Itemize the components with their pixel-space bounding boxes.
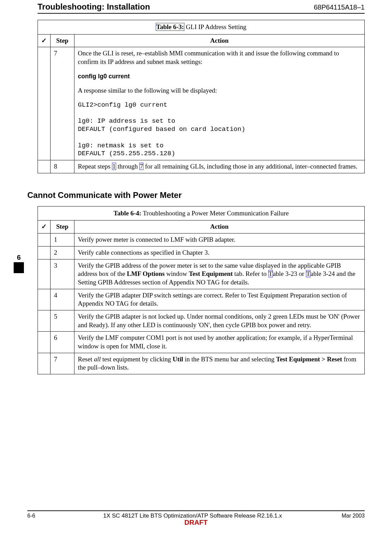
- action-cell: Verify the GPIB adapter is not locked up…: [74, 310, 365, 331]
- action-cell: Verify power meter is connected to LMF w…: [74, 233, 365, 246]
- action-cell: Once the GLI is reset, re–establish MMI …: [74, 47, 365, 160]
- step-cell: 2: [51, 246, 74, 259]
- page-footer: 6-6 1X SC 4812T Lite BTS Optimization/AT…: [27, 510, 365, 526]
- draft-watermark: DRAFT: [27, 519, 365, 526]
- header-rule: [38, 13, 365, 14]
- check-cell: [38, 160, 51, 173]
- step-cell: 8: [51, 160, 74, 173]
- header-right: 68P64115A18–1: [314, 3, 365, 11]
- col-action-header: Action: [74, 221, 365, 233]
- chapter-tab-block: [14, 262, 24, 273]
- terminal-output: GLI2>config lg0 current lg0: IP address …: [78, 101, 361, 158]
- step-cell: 1: [51, 233, 74, 246]
- step-link-7[interactable]: 7: [139, 163, 143, 170]
- table-row: 6 Verify the LMF computer COM1 port is n…: [38, 332, 365, 353]
- chapter-tab: 6: [14, 254, 24, 273]
- table-row: 5 Verify the GPIB adapter is not locked …: [38, 310, 365, 331]
- table-3-24-link[interactable]: T: [306, 270, 311, 277]
- footer-rule: [27, 510, 365, 511]
- footer-date: Mar 2003: [331, 513, 365, 519]
- page-header: Troubleshooting: Installation 68P64115A1…: [38, 0, 365, 12]
- step-cell: 3: [51, 259, 74, 289]
- chapter-tab-number: 6: [14, 254, 24, 262]
- check-cell: [38, 233, 51, 246]
- action-cell: Verify the LMF computer COM1 port is not…: [74, 332, 365, 353]
- step-cell: 4: [51, 289, 74, 310]
- section-heading: Cannot Communicate with Power Meter: [27, 190, 365, 200]
- table-6-4: Table 6-4: Troubleshooting a Power Meter…: [38, 206, 365, 374]
- step-cell: 7: [51, 47, 74, 160]
- action-text: A response similar to the following will…: [78, 86, 361, 95]
- step-cell: 5: [51, 310, 74, 331]
- action-cell: Verify the GPIB address of the power met…: [74, 259, 365, 289]
- step-cell: 7: [51, 353, 74, 374]
- action-cell: Verify the GPIB adapter DIP switch setti…: [74, 289, 365, 310]
- table-6-3-title-link[interactable]: Table 6-3:: [156, 23, 184, 31]
- col-check-header: ✓: [38, 221, 51, 233]
- col-check-header: ✓: [38, 34, 51, 47]
- footer-page-number: 6-6: [27, 513, 55, 519]
- footer-doc-title: 1X SC 4812T Lite BTS Optimization/ATP So…: [55, 512, 331, 519]
- table-6-3-title: Table 6-3: GLI IP Address Setting: [38, 20, 365, 35]
- col-step-header: Step: [51, 221, 74, 233]
- table-row: 8 Repeat steps 1 through 7 for all remai…: [38, 160, 365, 173]
- check-cell: [38, 353, 51, 374]
- table-row: 4 Verify the GPIB adapter DIP switch set…: [38, 289, 365, 310]
- table-row: 2 Verify cable connections as specified …: [38, 246, 365, 259]
- table-row: 3 Verify the GPIB address of the power m…: [38, 259, 365, 289]
- table-row: 7 Once the GLI is reset, re–establish MM…: [38, 47, 365, 160]
- table-row: 1 Verify power meter is connected to LMF…: [38, 233, 365, 246]
- col-action-header: Action: [74, 34, 365, 47]
- header-left: Troubleshooting: Installation: [38, 2, 150, 12]
- table-6-3: Table 6-3: GLI IP Address Setting ✓ Step…: [38, 20, 365, 173]
- table-6-4-title: Table 6-4: Troubleshooting a Power Meter…: [38, 206, 365, 221]
- check-cell: [38, 259, 51, 289]
- action-cell: Repeat steps 1 through 7 for all remaini…: [74, 160, 365, 173]
- action-cell: Verify cable connections as specified in…: [74, 246, 365, 259]
- check-cell: [38, 289, 51, 310]
- command-text: config lg0 current: [78, 72, 361, 80]
- step-link-1[interactable]: 1: [112, 163, 116, 170]
- check-cell: [38, 246, 51, 259]
- table-3-23-link[interactable]: T: [268, 270, 273, 277]
- action-text: Once the GLI is reset, re–establish MMI …: [78, 49, 361, 66]
- check-cell: [38, 310, 51, 331]
- action-cell: Reset all test equipment by clicking Uti…: [74, 353, 365, 374]
- check-cell: [38, 47, 51, 160]
- step-cell: 6: [51, 332, 74, 353]
- table-row: 7 Reset all test equipment by clicking U…: [38, 353, 365, 374]
- col-step-header: Step: [51, 34, 74, 47]
- check-cell: [38, 332, 51, 353]
